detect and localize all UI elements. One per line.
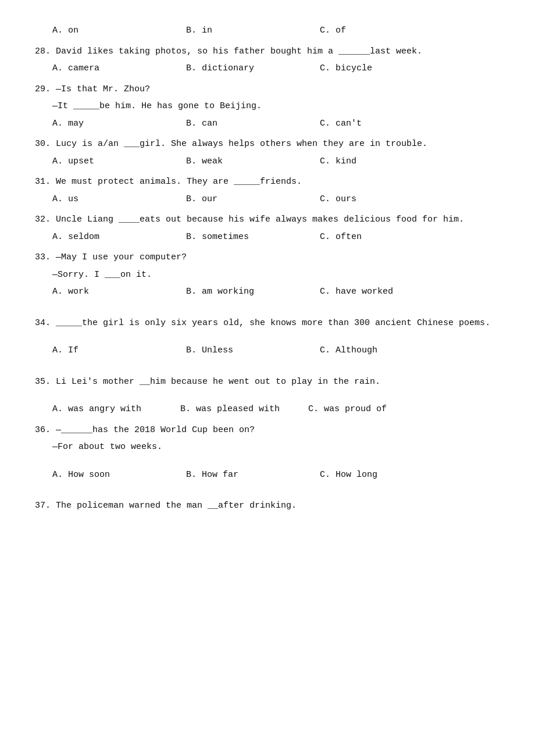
option-c-30: C. kind: [320, 154, 454, 169]
question-28-text: 28. David likes taking photos, so his fa…: [35, 44, 500, 59]
question-30: 30. Lucy is a/an ___girl. She always hel…: [35, 137, 500, 169]
question-32-text: 32. Uncle Liang ____eats out because his…: [35, 212, 500, 227]
question-31-text: 31. We must protect animals. They are __…: [35, 174, 500, 190]
options-row-36: A. How soon B. How far C. How long: [52, 468, 500, 483]
spacer-1: [35, 305, 500, 316]
option-b-30: B. weak: [186, 154, 320, 169]
options-row-extra: A. on B. in C. of: [52, 23, 500, 38]
spacer-36: [35, 457, 500, 468]
question-29-subtext: —It _____be him. He has gone to Beijing.: [52, 99, 500, 114]
options-row-29: A. may B. can C. can't: [52, 116, 500, 131]
question-35: 35. Li Lei's mother __him because he wen…: [35, 375, 500, 417]
option-a-30: A. upset: [52, 154, 186, 169]
option-a-36: A. How soon: [52, 468, 186, 483]
options-extra: A. on B. in C. of: [35, 23, 500, 38]
option-a-31: A. us: [52, 192, 186, 207]
question-36-subtext: —For about two weeks.: [52, 440, 500, 455]
option-a-35: A. was angry with: [52, 402, 180, 417]
options-row-35: A. was angry with B. was pleased with C.…: [52, 402, 500, 417]
options-row-33: A. work B. am working C. have worked: [52, 284, 500, 299]
option-b-36: B. How far: [186, 468, 320, 483]
option-a-28: A. camera: [52, 61, 186, 76]
options-row-32: A. seldom B. sometimes C. often: [52, 230, 500, 245]
option-a-32: A. seldom: [52, 230, 186, 245]
spacer-3: [35, 488, 500, 498]
option-b-31: B. our: [186, 192, 320, 207]
option-c-36: C. How long: [320, 468, 454, 483]
option-b-29: B. can: [186, 116, 320, 131]
question-30-text: 30. Lucy is a/an ___girl. She always hel…: [35, 137, 500, 152]
option-b-28: B. dictionary: [186, 61, 320, 76]
question-37-text: 37. The policeman warned the man __after…: [35, 498, 500, 513]
option-b-33: B. am working: [186, 284, 320, 299]
option-c-31: C. ours: [320, 192, 454, 207]
question-33-subtext: —Sorry. I ___on it.: [52, 268, 500, 283]
question-36-text: 36. —______has the 2018 World Cup been o…: [35, 423, 500, 438]
question-34: 34. _____the girl is only six years old,…: [35, 316, 500, 358]
question-34-text: 34. _____the girl is only six years old,…: [35, 316, 500, 331]
question-28: 28. David likes taking photos, so his fa…: [35, 44, 500, 76]
question-29-text: 29. —Is that Mr. Zhou?: [35, 82, 500, 97]
options-row-34: A. If B. Unless C. Although: [52, 343, 500, 358]
option-c-33: C. have worked: [320, 284, 454, 299]
question-29: 29. —Is that Mr. Zhou? —It _____be him. …: [35, 82, 500, 131]
option-a-29: A. may: [52, 116, 186, 131]
question-35-text: 35. Li Lei's mother __him because he wen…: [35, 375, 500, 390]
spacer-35: [35, 391, 500, 402]
option-c-29: C. can't: [320, 116, 454, 131]
option-a-33: A. work: [52, 284, 186, 299]
option-b-extra: B. in: [186, 23, 320, 38]
option-c-32: C. often: [320, 230, 454, 245]
question-33: 33. —May I use your computer? —Sorry. I …: [35, 250, 500, 299]
question-31: 31. We must protect animals. They are __…: [35, 174, 500, 206]
question-33-text: 33. —May I use your computer?: [35, 250, 500, 265]
option-a-extra: A. on: [52, 23, 186, 38]
options-row-28: A. camera B. dictionary C. bicycle: [52, 61, 500, 76]
option-b-32: B. sometimes: [186, 230, 320, 245]
option-c-extra: C. of: [320, 23, 454, 38]
question-32: 32. Uncle Liang ____eats out because his…: [35, 212, 500, 244]
option-a-34: A. If: [52, 343, 186, 358]
option-b-35: B. was pleased with: [180, 402, 308, 417]
question-36: 36. —______has the 2018 World Cup been o…: [35, 423, 500, 483]
options-row-31: A. us B. our C. ours: [52, 192, 500, 207]
option-c-35: C. was proud of: [308, 402, 442, 417]
option-b-34: B. Unless: [186, 343, 320, 358]
spacer-2: [35, 364, 500, 375]
options-row-30: A. upset B. weak C. kind: [52, 154, 500, 169]
question-37: 37. The policeman warned the man __after…: [35, 498, 500, 513]
option-c-28: C. bicycle: [320, 61, 454, 76]
option-c-34: C. Although: [320, 343, 454, 358]
spacer-34: [35, 333, 500, 343]
